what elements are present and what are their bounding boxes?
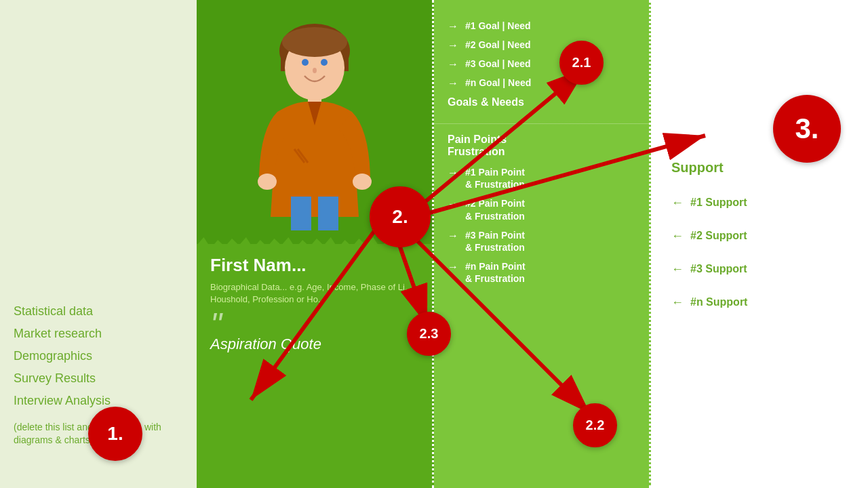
sidebar-item-survey[interactable]: Survey Results (14, 369, 183, 388)
annotation-2: 2. (370, 186, 431, 247)
support-item-3: ← #3 Support (671, 262, 848, 277)
support-item-1: ← #1 Support (671, 196, 848, 210)
annotation-2-2: 2.2 (573, 403, 617, 447)
goal-item-n: → #n Goal | Need (448, 77, 635, 89)
annotation-3: 3. (773, 95, 841, 163)
pain-item-1: → #1 Pain Point& Frustration (448, 166, 635, 190)
goal-item-2: → #2 Goal | Need (448, 39, 635, 52)
annotation-1: 1. (88, 407, 142, 461)
support-arrow-3: ← (671, 262, 684, 277)
sidebar-item-market[interactable]: Market research (14, 325, 183, 343)
pain-arrow-1: → (448, 166, 458, 180)
pain-item-2: → #2 Pain Point& Frustration (448, 197, 635, 222)
sidebar-item-interview[interactable]: Interview Analysis (14, 392, 183, 410)
support-item-2: ← #2 Support (671, 229, 848, 243)
persona-info: First Nam... Biographical Data... e.g. A… (197, 244, 432, 488)
main-content: First Nam... Biographical Data... e.g. A… (197, 0, 868, 488)
arrow-icon-1: → (448, 20, 458, 33)
persona-quote: " Aspiration Quote (210, 317, 418, 353)
pain-item-3: → #3 Pain Point& Frustration (448, 229, 635, 253)
sidebar-item-statistical[interactable]: Statistical data (14, 302, 183, 321)
goals-section: → #1 Goal | Need → #2 Goal | Need → #3 G… (434, 14, 649, 124)
svg-point-9 (353, 174, 372, 190)
support-item-n: ← #n Support (671, 296, 848, 310)
svg-point-5 (321, 59, 328, 66)
support-arrow-1: ← (671, 196, 684, 210)
sidebar-item-demographics[interactable]: Demographics (14, 347, 183, 365)
pain-arrow-n: → (448, 260, 458, 274)
svg-point-4 (302, 59, 309, 66)
goal-item-3: → #3 Goal | Need (448, 58, 635, 70)
pain-arrow-3: → (448, 229, 458, 243)
annotation-2-1: 2.1 (559, 41, 604, 85)
support-arrow-n: ← (671, 296, 684, 310)
support-panel: Support ← #1 Support ← #2 Support ← #3 S… (651, 0, 868, 488)
annotation-2-3: 2.3 (407, 312, 451, 356)
svg-rect-10 (291, 197, 311, 230)
pain-section: Pain Points Frustration → #1 Pain Point&… (434, 127, 649, 299)
goal-item-1: → #1 Goal | Need (448, 20, 635, 33)
arrow-icon-3: → (448, 58, 458, 70)
arrow-icon-2: → (448, 39, 458, 52)
sidebar: Statistical data Market research Demogra… (0, 0, 197, 488)
person-illustration (240, 14, 389, 230)
pain-item-n: → #n Pain Point& Frustration (448, 260, 635, 285)
pain-arrow-2: → (448, 197, 458, 211)
persona-name: First Nam... (210, 255, 418, 276)
goals-header: Goals & Needs (448, 96, 635, 108)
svg-point-8 (258, 174, 277, 190)
quote-mark: " (210, 317, 418, 333)
svg-rect-11 (318, 197, 338, 230)
support-arrow-2: ← (671, 229, 684, 243)
arrow-icon-n: → (448, 77, 458, 89)
svg-point-6 (313, 68, 317, 73)
goals-panel: → #1 Goal | Need → #2 Goal | Need → #3 G… (434, 0, 651, 488)
svg-point-3 (282, 27, 347, 57)
pain-header: Pain Points Frustration (448, 134, 635, 158)
persona-bio: Biographical Data... e.g. Age, Income, P… (210, 281, 418, 306)
support-title: Support (671, 160, 848, 176)
